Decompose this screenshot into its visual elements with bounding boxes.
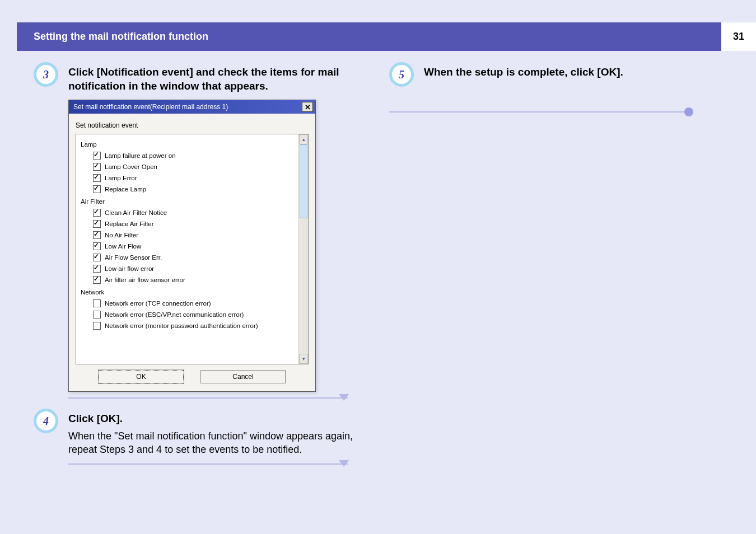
- notification-list: LampLamp failure at power onLamp Cover O…: [76, 134, 309, 364]
- end-separator: [389, 111, 689, 113]
- checkbox-label: Clean Air Filter Notice: [105, 209, 167, 216]
- checkbox[interactable]: [93, 299, 101, 307]
- step-5: 5 When the setup is complete, click [OK]…: [389, 62, 722, 87]
- page-title: Setting the mail notification function: [34, 31, 208, 42]
- checkbox[interactable]: [93, 254, 101, 261]
- checkbox-row[interactable]: Network error (ESC/VP.net communication …: [80, 309, 295, 320]
- checkbox-row[interactable]: Network error (monitor password authenti…: [80, 320, 295, 331]
- scrollbar[interactable]: ▴ ▾: [298, 134, 308, 364]
- checkbox-row[interactable]: Low Air Flow: [80, 241, 295, 252]
- checkbox[interactable]: [93, 311, 101, 318]
- dialog-titlebar: Set mail notification event(Recipient ma…: [69, 100, 315, 114]
- close-icon[interactable]: ✕: [302, 102, 313, 112]
- checkbox[interactable]: [93, 265, 101, 273]
- checkbox-label: Network error (TCP connection error): [105, 300, 211, 307]
- checkbox[interactable]: [93, 220, 101, 228]
- left-column: 3 Click [Notification event] and check t…: [34, 62, 367, 475]
- checkbox[interactable]: [93, 185, 101, 193]
- step-3: 3 Click [Notification event] and check t…: [34, 62, 367, 93]
- step-4-body: When the "Set mail notification function…: [68, 429, 367, 457]
- checkbox-label: Low Air Flow: [105, 243, 141, 250]
- checkbox-label: Low air flow error: [105, 265, 154, 272]
- checkbox-label: Replace Air Filter: [105, 221, 154, 227]
- group-label: Air Filter: [80, 195, 295, 207]
- cancel-button[interactable]: Cancel: [200, 370, 286, 383]
- checkbox[interactable]: [93, 242, 101, 250]
- step-badge-3: 3: [34, 62, 58, 87]
- checkbox-label: Network error (monitor password authenti…: [105, 322, 258, 329]
- step-3-text: Click [Notification event] and check the…: [68, 62, 367, 93]
- checkbox-row[interactable]: No Air Filter: [80, 229, 295, 241]
- checkbox-label: Lamp Error: [105, 175, 137, 181]
- checkbox-label: Network error (ESC/VP.net communication …: [105, 311, 244, 318]
- step-4: 4 Click [OK]. When the "Set mail notific…: [34, 409, 367, 456]
- checkbox-row[interactable]: Lamp Error: [80, 172, 295, 184]
- checkbox[interactable]: [93, 152, 101, 160]
- checkbox[interactable]: [93, 322, 101, 330]
- dialog-title: Set mail notification event(Recipient ma…: [73, 103, 228, 111]
- step-5-text: When the setup is complete, click [OK].: [424, 62, 623, 79]
- page-header: Setting the mail notification function 3…: [17, 22, 739, 51]
- scroll-thumb[interactable]: [300, 144, 307, 218]
- group-label: Network: [80, 285, 295, 298]
- checkbox-label: Lamp Cover Open: [105, 163, 157, 170]
- checkbox[interactable]: [93, 174, 101, 182]
- notification-dialog: Set mail notification event(Recipient ma…: [68, 100, 316, 392]
- scroll-up-icon[interactable]: ▴: [299, 134, 308, 144]
- dialog-subtitle: Set notification event: [76, 121, 309, 134]
- separator-arrow: [68, 397, 348, 399]
- checkbox[interactable]: [93, 209, 101, 217]
- checkbox[interactable]: [93, 276, 101, 284]
- separator-arrow: [68, 463, 348, 465]
- checkbox-label: Lamp failure at power on: [105, 152, 176, 159]
- checkbox[interactable]: [93, 163, 101, 171]
- checkbox-row[interactable]: Air Flow Sensor Err.: [80, 252, 295, 263]
- right-column: 5 When the setup is complete, click [OK]…: [389, 62, 722, 475]
- checkbox-row[interactable]: Replace Air Filter: [80, 218, 295, 229]
- checkbox-row[interactable]: Low air flow error: [80, 263, 295, 274]
- step-badge-4: 4: [34, 409, 58, 433]
- checkbox-row[interactable]: Clean Air Filter Notice: [80, 207, 295, 218]
- checkbox-label: Replace Lamp: [105, 186, 146, 193]
- step-4-heading: Click [OK].: [68, 409, 367, 426]
- step-badge-5: 5: [389, 62, 414, 87]
- page-number: 31: [721, 22, 756, 51]
- checkbox[interactable]: [93, 231, 101, 239]
- ok-button[interactable]: OK: [99, 370, 184, 383]
- checkbox-row[interactable]: Lamp failure at power on: [80, 150, 295, 161]
- checkbox-row[interactable]: Network error (TCP connection error): [80, 298, 295, 309]
- checkbox-row[interactable]: Air filter air flow sensor error: [80, 274, 295, 285]
- checkbox-row[interactable]: Replace Lamp: [80, 184, 295, 195]
- checkbox-row[interactable]: Lamp Cover Open: [80, 161, 295, 172]
- checkbox-label: Air Flow Sensor Err.: [105, 254, 162, 261]
- checkbox-label: No Air Filter: [105, 232, 138, 238]
- scroll-down-icon[interactable]: ▾: [299, 354, 308, 364]
- checkbox-label: Air filter air flow sensor error: [105, 277, 185, 283]
- group-label: Lamp: [80, 138, 295, 150]
